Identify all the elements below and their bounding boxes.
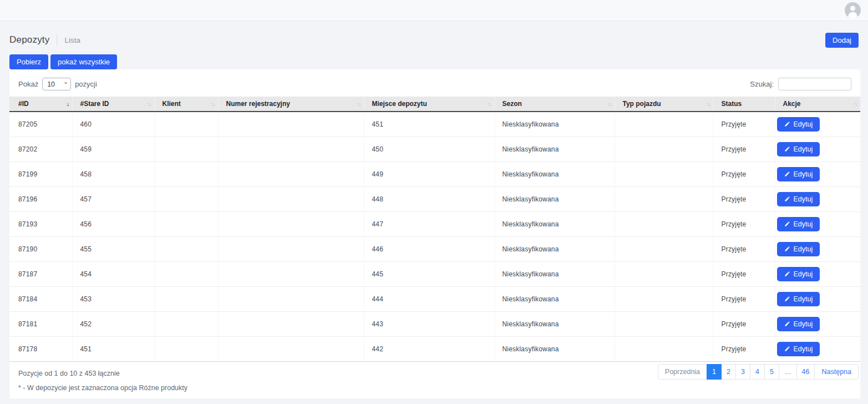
cell-id: 87184	[9, 286, 72, 311]
title-row: Depozyty Lista Dodaj	[9, 32, 859, 48]
sort-icon: ↑↓	[487, 100, 491, 107]
pencil-icon	[784, 246, 790, 252]
cell-client	[154, 261, 218, 286]
cell-status: Przyjęte	[713, 161, 775, 186]
pencil-icon	[784, 171, 790, 177]
cell-reg-number	[218, 286, 364, 311]
column-header[interactable]: Typ pojazdu ↑↓	[615, 97, 713, 112]
cell-id: 87181	[9, 311, 72, 336]
cell-status: Przyjęte	[713, 336, 775, 361]
column-header[interactable]: #ID ↑↓	[9, 97, 72, 112]
cell-old-id: 456	[72, 211, 154, 236]
cell-client	[154, 211, 218, 236]
cell-reg-number	[218, 261, 364, 286]
title-divider	[57, 34, 57, 46]
user-avatar[interactable]	[845, 2, 861, 18]
column-header[interactable]: #Stare ID ↑↓	[72, 97, 154, 112]
topbar	[0, 0, 868, 21]
edit-button[interactable]: Edytuj	[777, 142, 820, 156]
table-row: 87184 453 444 Niesklasyfikowana Przyjęte…	[9, 286, 860, 311]
pagination-page-46[interactable]: 46	[796, 364, 815, 380]
column-header[interactable]: Sezon ↑↓	[494, 97, 615, 112]
pagination: Poprzednia12345…46Następna	[658, 364, 859, 380]
table-footer: Pozycje od 1 do 10 z 453 łącznie * - W d…	[9, 362, 860, 392]
cell-client	[154, 137, 218, 161]
edit-button-label: Edytuj	[794, 170, 813, 178]
edit-button-label: Edytuj	[794, 195, 813, 203]
edit-button[interactable]: Edytuj	[777, 117, 820, 132]
cell-actions: Edytuj	[775, 112, 860, 137]
cell-actions: Edytuj	[775, 137, 860, 161]
table-card: Pokaż 10 ⌄ pozycji Szukaj: #ID ↑↓ #Stare…	[9, 69, 860, 398]
cell-vehicle-type	[615, 186, 713, 211]
cell-status: Przyjęte	[713, 311, 775, 336]
cell-vehicle-type	[615, 336, 713, 361]
pagination-previous[interactable]: Poprzednia	[658, 364, 707, 380]
cell-old-id: 458	[72, 161, 154, 186]
edit-button[interactable]: Edytuj	[777, 217, 820, 231]
sort-icon: ↑↓	[607, 100, 611, 107]
column-header[interactable]: Klient ↑↓	[154, 97, 218, 112]
column-header[interactable]: Miejsce depozytu ↑↓	[364, 97, 494, 112]
cell-vehicle-type	[615, 236, 713, 261]
edit-button-label: Edytuj	[794, 270, 813, 278]
sort-icon: ↑↓	[706, 100, 710, 107]
edit-button[interactable]: Edytuj	[777, 167, 820, 181]
pagination-page-5[interactable]: 5	[764, 364, 779, 380]
pencil-icon	[784, 321, 790, 327]
cell-id: 87196	[9, 186, 72, 211]
cell-season: Niesklasyfikowana	[494, 236, 615, 261]
search-control: Szukaj:	[750, 78, 851, 90]
cell-client	[154, 336, 218, 361]
edit-button[interactable]: Edytuj	[777, 242, 820, 256]
cell-deposit-place: 443	[364, 311, 494, 336]
pencil-icon	[784, 196, 790, 202]
cell-actions: Edytuj	[775, 336, 860, 361]
sort-icon: ↑↓	[357, 100, 361, 107]
cell-reg-number	[218, 211, 364, 236]
cell-old-id: 453	[72, 286, 154, 311]
column-header[interactable]: Status ↑↓	[713, 97, 775, 112]
column-header[interactable]: Akcje ↑↓	[775, 97, 860, 112]
download-button[interactable]: Pobierz	[9, 54, 48, 69]
edit-button-label: Edytuj	[794, 295, 813, 303]
user-icon	[845, 2, 861, 18]
edit-button[interactable]: Edytuj	[777, 342, 820, 356]
cell-season: Niesklasyfikowana	[494, 211, 615, 236]
cell-id: 87190	[9, 236, 72, 261]
table-header-row: #ID ↑↓ #Stare ID ↑↓ Klient ↑↓ Numer reje…	[9, 97, 860, 112]
cell-actions: Edytuj	[775, 186, 860, 211]
add-button[interactable]: Dodaj	[825, 33, 859, 48]
cell-client	[154, 236, 218, 261]
cell-old-id: 452	[72, 311, 154, 336]
edit-button[interactable]: Edytuj	[777, 292, 820, 306]
pagination-next[interactable]: Następna	[814, 364, 859, 380]
pagination-page-1[interactable]: 1	[707, 364, 722, 380]
pagination-ellipsis: …	[779, 364, 797, 380]
pagination-page-2[interactable]: 2	[721, 364, 736, 380]
column-header[interactable]: Numer rejestracyjny ↑↓	[218, 97, 364, 112]
pagination-page-3[interactable]: 3	[735, 364, 750, 380]
cell-season: Niesklasyfikowana	[494, 261, 615, 286]
cell-deposit-place: 445	[364, 261, 494, 286]
page-size-select[interactable]: 10	[42, 78, 71, 90]
pagination-page-4[interactable]: 4	[750, 364, 765, 380]
edit-button[interactable]: Edytuj	[777, 192, 820, 206]
cell-status: Przyjęte	[713, 236, 775, 261]
cell-season: Niesklasyfikowana	[494, 161, 615, 186]
cell-season: Niesklasyfikowana	[494, 137, 615, 161]
table-row: 87193 456 447 Niesklasyfikowana Przyjęte…	[9, 211, 860, 236]
column-header-label: Miejsce depozytu	[372, 100, 427, 108]
edit-button[interactable]: Edytuj	[777, 267, 820, 281]
search-input[interactable]	[778, 78, 851, 90]
edit-button[interactable]: Edytuj	[777, 317, 820, 331]
show-all-button[interactable]: pokaż wszystkie	[50, 54, 117, 69]
length-label-prefix: Pokaż	[18, 80, 38, 88]
cell-status: Przyjęte	[713, 286, 775, 311]
sort-icon: ↑↓	[854, 100, 857, 107]
table-row: 87187 454 445 Niesklasyfikowana Przyjęte…	[9, 261, 860, 286]
cell-deposit-place: 444	[364, 286, 494, 311]
cell-status: Przyjęte	[713, 186, 775, 211]
page-title: Depozyty	[9, 34, 49, 46]
page-length-control: Pokaż 10 ⌄ pozycji	[18, 78, 97, 90]
